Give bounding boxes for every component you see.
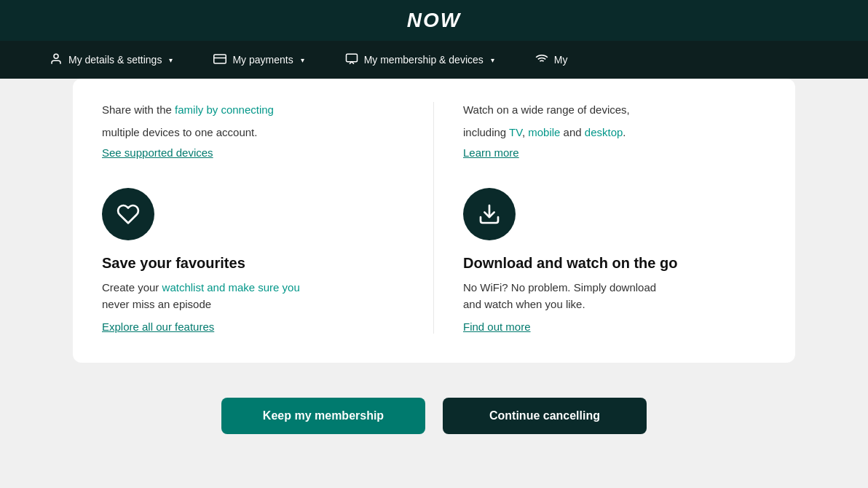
nav-membership-label: My membership & devices (364, 54, 484, 66)
see-supported-devices-link[interactable]: See supported devices (102, 146, 213, 159)
save-fav-desc2: never miss an episode (102, 298, 211, 310)
left-partial-line1: Share with the (102, 103, 175, 116)
download-icon-circle (463, 188, 516, 240)
download-watch-section: Download and watch on the go No WiFi? No… (463, 188, 766, 334)
features-card: Share with the family by connecting mult… (73, 79, 795, 363)
main-content: Share with the family by connecting mult… (0, 79, 868, 488)
card-icon (213, 52, 226, 68)
card-grid: Share with the family by connecting mult… (102, 102, 766, 334)
svg-point-0 (54, 54, 58, 58)
action-buttons: Keep my membership Continue cancelling (73, 386, 795, 434)
nav-details-label: My details & settings (68, 54, 162, 66)
learn-more-link[interactable]: Learn more (463, 146, 519, 159)
save-favourites-section: Save your favourites Create your watchli… (102, 188, 404, 334)
top-bar: NOW (0, 0, 868, 41)
explore-features-link[interactable]: Explore all our features (102, 320, 214, 333)
now-logo: NOW (407, 9, 461, 32)
continue-cancelling-button[interactable]: Continue cancelling (443, 398, 647, 434)
download-icon (478, 202, 501, 226)
svg-rect-3 (346, 54, 357, 62)
download-desc2: and watch when you like. (463, 298, 585, 310)
svg-rect-1 (214, 55, 226, 63)
device-icon (345, 52, 358, 68)
partial-text-left: Share with the family by connecting mult… (102, 102, 404, 182)
save-favourites-title: Save your favourites (102, 255, 404, 272)
find-out-more-link[interactable]: Find out more (463, 320, 531, 333)
wifi-icon (535, 52, 548, 68)
heart-icon-circle (102, 188, 154, 240)
chevron-down-icon: ▾ (169, 56, 173, 64)
nav-wifi-label: My (554, 54, 568, 66)
keep-membership-button[interactable]: Keep my membership (221, 398, 425, 434)
save-fav-desc1: Create your (102, 281, 162, 294)
right-partial-line2: including (463, 126, 509, 138)
nav-payments-label: My payments (232, 54, 293, 66)
download-watch-title: Download and watch on the go (463, 255, 766, 272)
heart-icon (117, 202, 140, 226)
partial-text-right: Watch on a wide range of devices, includ… (463, 102, 766, 182)
nav-item-payments[interactable]: My payments ▾ (193, 41, 324, 79)
person-icon (50, 52, 63, 68)
chevron-down-icon: ▾ (301, 56, 304, 64)
right-partial-line1: Watch on a wide range of devices, (463, 103, 630, 116)
nav-item-membership[interactable]: My membership & devices ▾ (325, 41, 515, 79)
download-desc1: No WiFi? No problem. Simply download (463, 281, 656, 294)
right-column: Watch on a wide range of devices, includ… (434, 102, 766, 334)
left-column: Share with the family by connecting mult… (102, 102, 434, 334)
left-partial-line2: multiple devices to one account. (102, 126, 257, 138)
nav-item-wifi[interactable]: My (515, 41, 588, 79)
chevron-down-icon: ▾ (491, 56, 494, 64)
nav-bar: My details & settings ▾ My payments ▾ My… (0, 41, 868, 79)
nav-item-details[interactable]: My details & settings ▾ (29, 41, 193, 79)
